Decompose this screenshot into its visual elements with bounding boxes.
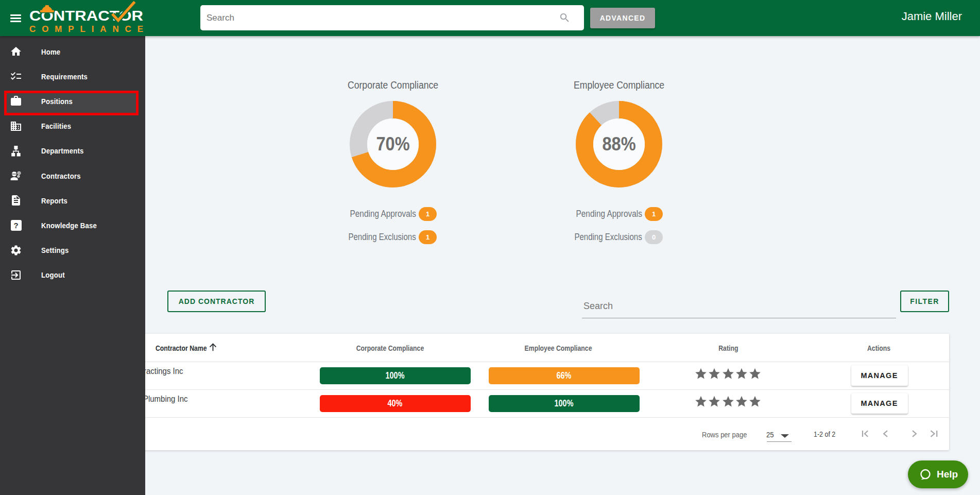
- employee-donut-value: 88%: [602, 133, 635, 155]
- sidebar-item-positions[interactable]: Positions: [0, 89, 145, 113]
- pending-approvals-row: Pending Approvals 1: [280, 207, 506, 221]
- chart-title-row: Employee Compliance: [506, 79, 732, 91]
- last-page-icon[interactable]: [928, 430, 938, 438]
- corporate-chart-title: Corporate Compliance: [348, 79, 438, 91]
- search-icon: [559, 12, 571, 24]
- rows-per-page-value[interactable]: 25: [766, 430, 775, 439]
- building-icon: [10, 120, 22, 132]
- exit-icon: [10, 269, 22, 281]
- sidebar: Home Requirements Positions Facilities D…: [0, 36, 145, 495]
- sidebar-item-reports[interactable]: Reports: [0, 188, 145, 213]
- donut-center-label: 88%: [576, 101, 662, 187]
- table-search-input[interactable]: [582, 299, 896, 318]
- briefcase-icon: [10, 95, 22, 107]
- worker-gear-icon: [10, 169, 22, 182]
- star-icon: [708, 396, 720, 407]
- home-icon: [10, 45, 22, 58]
- employee-pending-approvals-badge[interactable]: 1: [645, 207, 663, 221]
- sidebar-item-logout[interactable]: Logout: [0, 263, 145, 287]
- chart-title-row: Corporate Compliance: [280, 79, 506, 91]
- corporate-pending-approvals-label: Pending Approvals: [350, 209, 416, 219]
- employee-pending-exclusions-label: Pending Exclusions: [575, 232, 642, 243]
- document-icon: [10, 194, 22, 207]
- star-icon: [749, 368, 761, 380]
- pending-exclusions-row: Pending Exclusions 0: [506, 230, 732, 244]
- sort-asc-icon: [209, 343, 217, 351]
- user-name[interactable]: Jamie Miller: [902, 10, 962, 23]
- star-icon: [695, 368, 707, 380]
- rows-per-page-underline: [767, 441, 792, 442]
- sidebar-item-settings[interactable]: Settings: [0, 238, 145, 263]
- star-icon: [735, 396, 748, 407]
- global-search: [200, 5, 584, 30]
- star-icon: [708, 368, 720, 380]
- table-search: [582, 299, 896, 319]
- pending-exclusions-row: Pending Exclusions 1: [280, 230, 506, 244]
- contractor-name[interactable]: Plumbing Inc: [143, 394, 194, 404]
- star-icon: [722, 396, 734, 407]
- prev-page-icon[interactable]: [881, 430, 890, 438]
- app-logo: CONTRACTOR COMPLIANCE: [28, 0, 151, 36]
- logo-hardhat-icon: [40, 5, 54, 12]
- global-search-input[interactable]: [207, 5, 546, 30]
- column-corporate-compliance[interactable]: Corporate Compliance: [319, 334, 461, 362]
- help-label: Help: [937, 469, 958, 480]
- sidebar-item-departments[interactable]: Departments: [0, 139, 145, 163]
- star-icon: [722, 368, 734, 380]
- corporate-compliance-bar: 100%: [320, 367, 471, 384]
- first-page-icon[interactable]: [861, 430, 870, 438]
- corporate-donut-value: 70%: [376, 133, 409, 155]
- column-employee-compliance[interactable]: Employee Compliance: [488, 334, 629, 362]
- next-page-icon[interactable]: [909, 430, 918, 438]
- sidebar-item-facilities[interactable]: Facilities: [0, 114, 145, 139]
- corporate-pending-exclusions-badge[interactable]: 1: [419, 230, 437, 244]
- column-rating[interactable]: Rating: [677, 334, 780, 362]
- star-icon: [695, 396, 707, 407]
- sidebar-nav: Home Requirements Positions Facilities D…: [0, 39, 145, 287]
- rating-stars[interactable]: [695, 396, 764, 407]
- sidebar-item-home[interactable]: Home: [0, 39, 145, 64]
- org-tree-icon: [10, 145, 22, 157]
- donut-center-label: 70%: [350, 101, 436, 187]
- advanced-search-button[interactable]: ADVANCED: [590, 8, 655, 28]
- sidebar-item-requirements[interactable]: Requirements: [0, 64, 145, 89]
- logo-line2-text: COMPLIANCE: [29, 24, 143, 34]
- sidebar-item-knowledge-base[interactable]: ? Knowledge Base: [0, 213, 145, 237]
- checklist-icon: [10, 70, 22, 82]
- rows-per-page-caret-icon[interactable]: [781, 434, 789, 438]
- top-bar: CONTRACTOR COMPLIANCE ADVANCED Jamie Mil…: [0, 0, 980, 36]
- column-actions: Actions: [828, 334, 931, 362]
- corporate-pending-exclusions-label: Pending Exclusions: [349, 232, 416, 243]
- corporate-pending-approvals-badge[interactable]: 1: [419, 207, 437, 221]
- employee-pending-exclusions-badge[interactable]: 0: [645, 230, 663, 244]
- corporate-compliance-bar: 40%: [320, 395, 471, 412]
- employee-pending-approvals-label: Pending Approvals: [576, 209, 642, 219]
- chat-bubble-icon: [918, 468, 932, 482]
- star-icon: [749, 396, 761, 407]
- employee-compliance-bar: 66%: [489, 367, 640, 384]
- pagination-range: 1-2 of 2: [814, 430, 839, 438]
- contractor-name[interactable]: ractings Inc: [144, 366, 188, 377]
- rows-per-page-label: Rows per page: [702, 430, 754, 439]
- hamburger-menu-icon[interactable]: [10, 14, 21, 23]
- help-button[interactable]: Help: [908, 460, 968, 488]
- filter-button[interactable]: FILTER: [900, 291, 949, 312]
- pending-approvals-row: Pending Approvals 1: [506, 207, 732, 221]
- gear-icon: [10, 244, 22, 257]
- add-contractor-button[interactable]: ADD CONTRACTOR: [167, 291, 266, 312]
- question-square-icon: ?: [10, 219, 22, 231]
- manage-button[interactable]: MANAGE: [851, 365, 908, 386]
- rating-stars[interactable]: [695, 368, 764, 380]
- sidebar-item-contractors[interactable]: Contractors: [0, 163, 145, 188]
- manage-button[interactable]: MANAGE: [851, 393, 908, 414]
- employee-chart-title: Employee Compliance: [574, 79, 664, 91]
- column-contractor-name[interactable]: Contractor Name: [156, 334, 217, 362]
- employee-compliance-bar: 100%: [489, 395, 640, 412]
- star-icon: [735, 368, 748, 380]
